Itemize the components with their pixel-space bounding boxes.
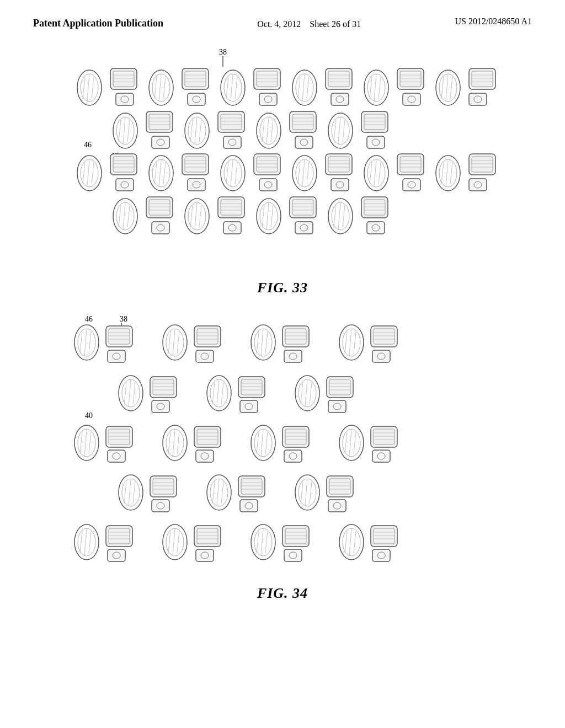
svg-rect-120	[367, 136, 385, 148]
svg-line-451	[354, 531, 356, 553]
svg-point-111	[332, 117, 349, 144]
figure-34-label: FIG. 34	[257, 585, 308, 602]
svg-point-63	[439, 74, 457, 101]
svg-line-29	[231, 74, 233, 101]
svg-rect-332	[106, 426, 132, 447]
ref-40-label-34: 40	[85, 411, 93, 420]
figure-34-svg: 46 38 40	[56, 311, 509, 581]
svg-rect-115	[361, 111, 388, 132]
svg-line-138	[163, 162, 166, 184]
svg-line-136	[154, 162, 157, 184]
svg-point-340	[166, 429, 184, 457]
svg-rect-368	[371, 426, 397, 447]
svg-rect-284	[371, 326, 397, 347]
svg-line-52	[370, 77, 372, 99]
svg-rect-132	[116, 179, 134, 191]
svg-line-438	[261, 529, 263, 555]
svg-point-292	[122, 379, 140, 407]
svg-line-137	[159, 160, 161, 186]
svg-line-173	[374, 160, 376, 186]
svg-rect-84	[152, 136, 169, 148]
svg-point-159	[296, 159, 313, 187]
svg-rect-60	[403, 93, 420, 105]
svg-point-195	[116, 202, 134, 230]
svg-point-280	[343, 329, 360, 356]
svg-line-186	[450, 162, 452, 184]
svg-rect-404	[327, 476, 353, 497]
svg-line-377	[124, 481, 126, 504]
svg-line-78	[127, 120, 130, 142]
svg-line-259	[177, 331, 179, 354]
svg-rect-277	[284, 350, 302, 362]
page-header: Patent Application Publication Oct. 4, 2…	[0, 0, 565, 38]
svg-rect-228	[295, 222, 313, 234]
svg-rect-151	[254, 154, 280, 175]
svg-line-221	[266, 203, 269, 229]
svg-line-378	[129, 479, 131, 506]
svg-rect-385	[152, 500, 169, 512]
svg-rect-187	[469, 154, 495, 175]
ref-46-label: 46	[84, 141, 92, 149]
svg-line-306	[217, 380, 219, 406]
svg-line-317	[301, 382, 303, 404]
svg-line-222	[271, 205, 273, 227]
svg-point-244	[78, 329, 95, 356]
svg-rect-12	[116, 93, 134, 105]
svg-rect-24	[188, 93, 205, 105]
figure-34-container: 46 38 40	[0, 311, 565, 611]
svg-line-209	[195, 203, 197, 229]
svg-point-352	[254, 429, 272, 457]
svg-line-16	[154, 77, 157, 99]
svg-rect-344	[194, 426, 221, 447]
svg-line-295	[133, 382, 135, 404]
svg-line-41	[302, 74, 305, 101]
svg-line-319	[310, 382, 312, 404]
svg-line-54	[379, 77, 381, 99]
svg-rect-320	[327, 377, 353, 398]
svg-rect-216	[223, 222, 241, 234]
figure-33-label: FIG. 33	[257, 280, 308, 296]
svg-rect-392	[238, 476, 265, 497]
svg-rect-265	[196, 350, 214, 362]
svg-line-42	[307, 77, 309, 99]
svg-line-450	[349, 529, 351, 555]
svg-point-51	[367, 74, 385, 101]
publication-title: Patent Application Publication	[33, 17, 163, 30]
svg-line-76	[119, 120, 121, 142]
svg-line-77	[123, 117, 125, 144]
svg-line-162	[307, 162, 309, 184]
svg-line-329	[80, 432, 82, 454]
svg-line-196	[119, 205, 121, 227]
svg-line-161	[302, 160, 305, 186]
svg-point-207	[188, 202, 206, 230]
svg-point-99	[260, 117, 278, 144]
svg-line-414	[84, 529, 87, 555]
svg-point-231	[332, 202, 349, 230]
svg-rect-235	[361, 197, 388, 218]
svg-line-389	[212, 481, 215, 504]
svg-point-147	[224, 159, 242, 187]
svg-line-426	[173, 529, 175, 555]
svg-line-271	[265, 331, 268, 354]
svg-point-448	[343, 528, 360, 556]
svg-rect-457	[372, 549, 390, 561]
svg-rect-199	[146, 197, 173, 218]
svg-line-318	[305, 380, 307, 406]
svg-rect-79	[146, 111, 173, 132]
svg-rect-156	[259, 179, 277, 191]
svg-rect-19	[182, 68, 209, 89]
svg-line-53	[374, 74, 376, 101]
svg-line-6	[92, 77, 94, 99]
svg-line-331	[89, 432, 91, 454]
svg-rect-204	[152, 222, 169, 234]
svg-line-294	[129, 380, 131, 406]
svg-point-304	[210, 379, 228, 407]
svg-line-257	[168, 331, 170, 354]
svg-point-123	[81, 159, 98, 187]
svg-line-198	[127, 205, 130, 227]
svg-line-172	[370, 162, 372, 184]
svg-point-171	[367, 159, 385, 187]
svg-line-88	[190, 120, 193, 142]
svg-point-436	[254, 528, 272, 556]
svg-line-307	[221, 382, 223, 404]
